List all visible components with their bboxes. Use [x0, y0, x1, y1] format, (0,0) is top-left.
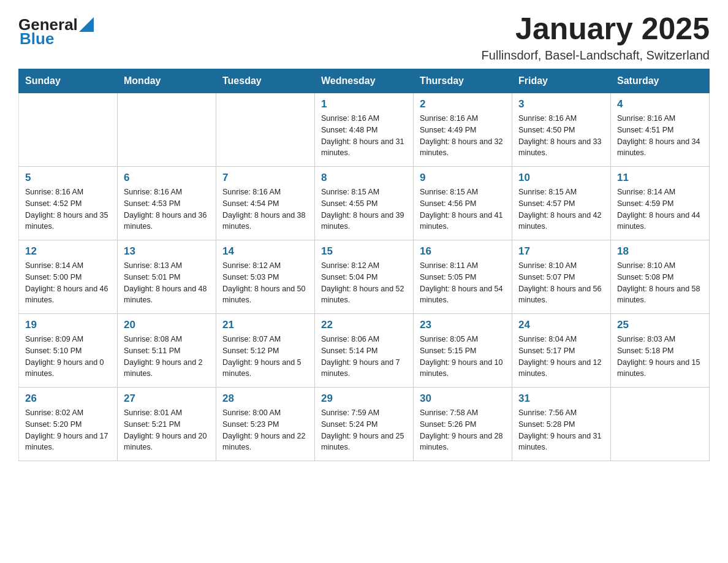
- day-number: 15: [321, 245, 407, 258]
- day-info: Sunrise: 8:09 AM Sunset: 5:10 PM Dayligh…: [25, 334, 111, 380]
- day-cell: 21Sunrise: 8:07 AM Sunset: 5:12 PM Dayli…: [216, 314, 315, 388]
- day-number: 16: [420, 245, 506, 258]
- day-number: 26: [25, 393, 111, 405]
- day-info: Sunrise: 8:07 AM Sunset: 5:12 PM Dayligh…: [222, 334, 308, 380]
- day-cell: 22Sunrise: 8:06 AM Sunset: 5:14 PM Dayli…: [315, 314, 414, 388]
- day-number: 1: [321, 98, 407, 110]
- day-number: 17: [518, 245, 604, 258]
- day-info: Sunrise: 8:11 AM Sunset: 5:05 PM Dayligh…: [420, 260, 506, 306]
- day-number: 19: [25, 319, 111, 331]
- day-number: 9: [420, 172, 506, 184]
- day-info: Sunrise: 8:16 AM Sunset: 4:54 PM Dayligh…: [222, 186, 308, 232]
- day-cell: 27Sunrise: 8:01 AM Sunset: 5:21 PM Dayli…: [118, 388, 216, 461]
- day-info: Sunrise: 8:15 AM Sunset: 4:57 PM Dayligh…: [518, 186, 604, 232]
- day-info: Sunrise: 8:16 AM Sunset: 4:53 PM Dayligh…: [124, 186, 210, 232]
- day-cell: 12Sunrise: 8:14 AM Sunset: 5:00 PM Dayli…: [19, 240, 118, 314]
- day-info: Sunrise: 8:16 AM Sunset: 4:48 PM Dayligh…: [321, 113, 407, 159]
- day-info: Sunrise: 7:59 AM Sunset: 5:24 PM Dayligh…: [321, 407, 407, 453]
- day-number: 2: [420, 98, 506, 110]
- day-number: 23: [420, 319, 506, 331]
- day-number: 21: [222, 319, 308, 331]
- day-number: 27: [124, 393, 210, 405]
- day-cell: 3Sunrise: 8:16 AM Sunset: 4:50 PM Daylig…: [512, 93, 611, 167]
- day-info: Sunrise: 7:58 AM Sunset: 5:26 PM Dayligh…: [420, 407, 506, 453]
- day-number: 29: [321, 393, 407, 405]
- day-cell: 8Sunrise: 8:15 AM Sunset: 4:55 PM Daylig…: [315, 167, 414, 240]
- day-number: 18: [617, 245, 703, 258]
- day-info: Sunrise: 8:10 AM Sunset: 5:07 PM Dayligh…: [518, 260, 604, 306]
- day-cell: [118, 93, 216, 167]
- day-info: Sunrise: 8:02 AM Sunset: 5:20 PM Dayligh…: [25, 407, 111, 453]
- day-cell: 1Sunrise: 8:16 AM Sunset: 4:48 PM Daylig…: [315, 93, 414, 167]
- day-number: 4: [617, 98, 703, 110]
- day-info: Sunrise: 8:14 AM Sunset: 4:59 PM Dayligh…: [617, 186, 703, 232]
- day-cell: 2Sunrise: 8:16 AM Sunset: 4:49 PM Daylig…: [414, 93, 512, 167]
- location: Fullinsdorf, Basel-Landschaft, Switzerla…: [482, 48, 710, 63]
- day-cell: 30Sunrise: 7:58 AM Sunset: 5:26 PM Dayli…: [414, 388, 512, 461]
- day-cell: 9Sunrise: 8:15 AM Sunset: 4:56 PM Daylig…: [414, 167, 512, 240]
- day-cell: 14Sunrise: 8:12 AM Sunset: 5:03 PM Dayli…: [216, 240, 315, 314]
- day-cell: 19Sunrise: 8:09 AM Sunset: 5:10 PM Dayli…: [19, 314, 118, 388]
- day-info: Sunrise: 8:08 AM Sunset: 5:11 PM Dayligh…: [124, 334, 210, 380]
- day-cell: 24Sunrise: 8:04 AM Sunset: 5:17 PM Dayli…: [512, 314, 611, 388]
- day-cell: 10Sunrise: 8:15 AM Sunset: 4:57 PM Dayli…: [512, 167, 611, 240]
- day-number: 5: [25, 172, 111, 184]
- day-header-sunday: Sunday: [19, 69, 118, 93]
- day-number: 8: [321, 172, 407, 184]
- day-info: Sunrise: 8:06 AM Sunset: 5:14 PM Dayligh…: [321, 334, 407, 380]
- day-info: Sunrise: 8:16 AM Sunset: 4:51 PM Dayligh…: [617, 113, 703, 159]
- header: General Blue January 2025 Fullinsdorf, B…: [18, 12, 710, 63]
- day-number: 6: [124, 172, 210, 184]
- week-row-5: 26Sunrise: 8:02 AM Sunset: 5:20 PM Dayli…: [19, 388, 710, 461]
- day-cell: 15Sunrise: 8:12 AM Sunset: 5:04 PM Dayli…: [315, 240, 414, 314]
- day-header-tuesday: Tuesday: [216, 69, 315, 93]
- day-cell: 29Sunrise: 7:59 AM Sunset: 5:24 PM Dayli…: [315, 388, 414, 461]
- day-info: Sunrise: 8:15 AM Sunset: 4:55 PM Dayligh…: [321, 186, 407, 232]
- day-header-thursday: Thursday: [414, 69, 512, 93]
- day-cell: 7Sunrise: 8:16 AM Sunset: 4:54 PM Daylig…: [216, 167, 315, 240]
- day-number: 10: [518, 172, 604, 184]
- day-number: 30: [420, 393, 506, 405]
- svg-marker-0: [79, 17, 94, 32]
- day-number: 28: [222, 393, 308, 405]
- month-title: January 2025: [482, 12, 710, 46]
- day-cell: 4Sunrise: 8:16 AM Sunset: 4:51 PM Daylig…: [611, 93, 710, 167]
- day-header-friday: Friday: [512, 69, 611, 93]
- calendar-table: SundayMondayTuesdayWednesdayThursdayFrid…: [18, 69, 710, 461]
- day-cell: 13Sunrise: 8:13 AM Sunset: 5:01 PM Dayli…: [118, 240, 216, 314]
- day-info: Sunrise: 7:56 AM Sunset: 5:28 PM Dayligh…: [518, 407, 604, 453]
- day-number: 20: [124, 319, 210, 331]
- day-header-saturday: Saturday: [611, 69, 710, 93]
- day-cell: [216, 93, 315, 167]
- day-info: Sunrise: 8:16 AM Sunset: 4:50 PM Dayligh…: [518, 113, 604, 159]
- day-number: 11: [617, 172, 703, 184]
- week-row-3: 12Sunrise: 8:14 AM Sunset: 5:00 PM Dayli…: [19, 240, 710, 314]
- day-cell: 31Sunrise: 7:56 AM Sunset: 5:28 PM Dayli…: [512, 388, 611, 461]
- day-number: 31: [518, 393, 604, 405]
- day-info: Sunrise: 8:13 AM Sunset: 5:01 PM Dayligh…: [124, 260, 210, 306]
- day-number: 7: [222, 172, 308, 184]
- day-header-monday: Monday: [118, 69, 216, 93]
- day-cell: 25Sunrise: 8:03 AM Sunset: 5:18 PM Dayli…: [611, 314, 710, 388]
- day-cell: 28Sunrise: 8:00 AM Sunset: 5:23 PM Dayli…: [216, 388, 315, 461]
- day-info: Sunrise: 8:12 AM Sunset: 5:03 PM Dayligh…: [222, 260, 308, 306]
- day-info: Sunrise: 8:16 AM Sunset: 4:52 PM Dayligh…: [25, 186, 111, 232]
- day-cell: 20Sunrise: 8:08 AM Sunset: 5:11 PM Dayli…: [118, 314, 216, 388]
- logo-container: General Blue: [18, 12, 94, 48]
- day-info: Sunrise: 8:03 AM Sunset: 5:18 PM Dayligh…: [617, 334, 703, 380]
- day-cell: [19, 93, 118, 167]
- day-header-wednesday: Wednesday: [315, 69, 414, 93]
- day-number: 25: [617, 319, 703, 331]
- day-cell: 11Sunrise: 8:14 AM Sunset: 4:59 PM Dayli…: [611, 167, 710, 240]
- days-header-row: SundayMondayTuesdayWednesdayThursdayFrid…: [19, 69, 710, 93]
- day-info: Sunrise: 8:16 AM Sunset: 4:49 PM Dayligh…: [420, 113, 506, 159]
- day-number: 3: [518, 98, 604, 110]
- day-info: Sunrise: 8:10 AM Sunset: 5:08 PM Dayligh…: [617, 260, 703, 306]
- day-cell: 26Sunrise: 8:02 AM Sunset: 5:20 PM Dayli…: [19, 388, 118, 461]
- day-cell: 17Sunrise: 8:10 AM Sunset: 5:07 PM Dayli…: [512, 240, 611, 314]
- day-number: 12: [25, 245, 111, 258]
- day-cell: [611, 388, 710, 461]
- day-number: 14: [222, 245, 308, 258]
- day-cell: 18Sunrise: 8:10 AM Sunset: 5:08 PM Dayli…: [611, 240, 710, 314]
- logo-triangle-icon: [79, 17, 94, 32]
